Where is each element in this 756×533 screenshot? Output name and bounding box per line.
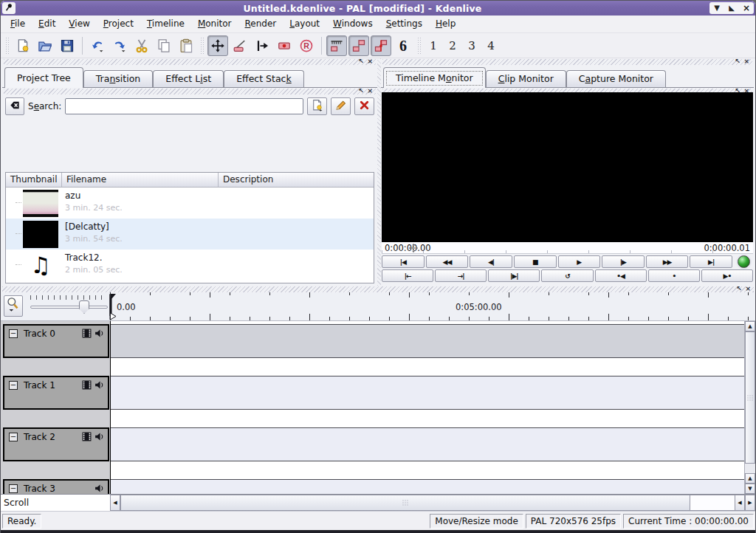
timeline-dock-handle[interactable]: ↖ ×: [2, 286, 754, 292]
project-dock-handle[interactable]: ↖ ×: [4, 59, 376, 65]
snap-to-ruler-button[interactable]: [326, 35, 347, 56]
maximize-button[interactable]: ◣: [724, 2, 739, 14]
speaker-icon[interactable]: [94, 329, 104, 340]
edit-clip-button[interactable]: [331, 97, 351, 115]
record-button[interactable]: •: [648, 269, 700, 282]
speaker-icon[interactable]: [94, 432, 104, 444]
close-panel-icon[interactable]: ×: [367, 87, 373, 94]
tab-transition[interactable]: Transition: [83, 70, 153, 87]
collapse-track-button[interactable]: −: [9, 329, 18, 338]
cut-button[interactable]: [131, 35, 152, 56]
zoom-slider[interactable]: [30, 306, 108, 309]
menu-windows[interactable]: Windows: [326, 16, 379, 32]
timecode-format-3-button[interactable]: 3: [463, 35, 481, 56]
zoom-slider-handle[interactable]: [79, 300, 89, 314]
menu-timeline[interactable]: Timeline: [140, 16, 191, 32]
menu-project[interactable]: Project: [97, 16, 140, 32]
add-clip-button[interactable]: [307, 97, 327, 115]
timeline-ruler[interactable]: 0.00 0:05:00.00: [110, 292, 755, 320]
record-button[interactable]: R: [296, 35, 317, 56]
tab-capture-monitor[interactable]: Capture Monitor: [566, 70, 666, 87]
project-inner-dock-handle[interactable]: ↖ ×: [4, 89, 376, 94]
float-panel-icon[interactable]: ↖: [736, 285, 742, 292]
track-lane-track-1[interactable]: [111, 376, 744, 410]
column-header-description[interactable]: Description: [219, 173, 374, 187]
speaker-icon[interactable]: [94, 484, 104, 494]
play-button[interactable]: ▶: [558, 255, 601, 268]
close-panel-icon[interactable]: ×: [743, 58, 749, 65]
scroll-up-button[interactable]: ▲: [745, 321, 755, 331]
snap-to-marker-button[interactable]: [371, 35, 391, 56]
close-button[interactable]: ×: [739, 2, 754, 14]
toolbar-handle[interactable]: [200, 37, 204, 55]
timeline-zoom-button[interactable]: [4, 295, 23, 317]
horizontal-scroll-thumb[interactable]: [120, 495, 690, 511]
horizontal-scroll-track[interactable]: [690, 495, 735, 511]
track-header-track-3[interactable]: −Track 3: [3, 479, 109, 494]
clear-search-button[interactable]: [5, 97, 24, 115]
move-tool-button[interactable]: [207, 35, 228, 56]
menu-view[interactable]: View: [62, 16, 96, 32]
toolbar-handle[interactable]: [5, 37, 9, 55]
tab-effect-stack[interactable]: Effect Stack: [224, 70, 304, 87]
copy-button[interactable]: [154, 35, 174, 56]
redo-button[interactable]: [109, 35, 130, 56]
save-button[interactable]: [57, 35, 78, 56]
go-to-start-button[interactable]: |◀: [382, 255, 425, 268]
film-icon[interactable]: [82, 432, 92, 444]
float-panel-icon[interactable]: ↖: [358, 58, 364, 65]
loop-zone-button[interactable]: ↺: [541, 269, 593, 282]
close-panel-icon[interactable]: ×: [745, 285, 751, 292]
scroll-up-button-2[interactable]: ▲: [745, 473, 755, 484]
play-zone-button[interactable]: |▶|: [488, 269, 540, 282]
window-menu-button[interactable]: [2, 2, 16, 14]
menu-settings[interactable]: Settings: [379, 16, 429, 32]
timecode-format-1-button[interactable]: 1: [425, 35, 442, 56]
track-header-track-0[interactable]: −Track 0: [3, 324, 109, 358]
rewind-button[interactable]: ◀◀: [426, 255, 469, 268]
track-lane-track-3[interactable]: [111, 479, 744, 494]
monitor-status-led[interactable]: [734, 255, 753, 268]
collapse-track-button[interactable]: −: [9, 433, 18, 441]
collapse-track-button[interactable]: −: [9, 381, 18, 390]
track-header-track-2[interactable]: −Track 2: [3, 427, 109, 461]
play-forward-button[interactable]: ▶•: [701, 269, 753, 282]
scroll-left-button[interactable]: ◀: [110, 495, 120, 511]
toolbar-handle[interactable]: [417, 37, 421, 55]
timecode-format-4-button[interactable]: 4: [482, 35, 500, 56]
collapse-track-button[interactable]: −: [9, 484, 18, 493]
open-file-button[interactable]: [35, 35, 55, 56]
speaker-icon[interactable]: [94, 380, 104, 392]
menu-layout[interactable]: Layout: [283, 16, 326, 32]
snap-to-clip-button[interactable]: [348, 35, 369, 56]
track-lane-track-2[interactable]: [111, 427, 744, 461]
float-panel-icon[interactable]: ↖: [358, 87, 364, 94]
delete-clip-button[interactable]: [354, 97, 374, 115]
clip-row-track12[interactable]: ♫Track12.2 min. 05 sec.: [6, 250, 374, 281]
go-to-end-button[interactable]: ▶|: [690, 255, 732, 268]
column-header-filename[interactable]: Filename: [62, 173, 219, 187]
tab-effect-list[interactable]: Effect List: [153, 70, 224, 87]
film-icon[interactable]: [82, 380, 92, 392]
close-panel-icon[interactable]: ×: [367, 58, 373, 65]
timeline-vertical-scrollbar[interactable]: ▲ ▲ ▼: [744, 321, 755, 494]
menu-render[interactable]: Render: [238, 16, 284, 32]
clip-row-azu[interactable]: azu3 min. 24 sec.: [6, 188, 374, 219]
clip-row-delcatty[interactable]: [Delcatty]3 min. 54 sec.: [6, 219, 374, 250]
tab-project-tree[interactable]: Project Tree: [4, 67, 83, 88]
film-icon[interactable]: [82, 329, 92, 340]
scroll-left-button-2[interactable]: ◀: [735, 495, 745, 511]
monitor-dock-handle[interactable]: ↖ ×: [382, 59, 752, 65]
vertical-scroll-thumb[interactable]: [745, 331, 755, 464]
frame-back-button[interactable]: ◀|: [470, 255, 512, 268]
spacer-tool-button[interactable]: [252, 35, 272, 56]
undo-button[interactable]: [87, 35, 108, 56]
play-backward-button[interactable]: •◀: [595, 269, 647, 282]
scroll-down-button[interactable]: ▼: [745, 484, 755, 494]
tab-timeline-monitor[interactable]: Timeline Monitor: [383, 67, 486, 88]
horn-button[interactable]: 6: [393, 35, 413, 56]
track-header-track-1[interactable]: −Track 1: [3, 376, 109, 410]
tab-clip-monitor[interactable]: Clip Monitor: [486, 70, 566, 87]
frame-forward-button[interactable]: |▶: [602, 255, 645, 268]
monitor-ruler[interactable]: 0:00:00.00 0:00:00.01: [382, 242, 753, 254]
